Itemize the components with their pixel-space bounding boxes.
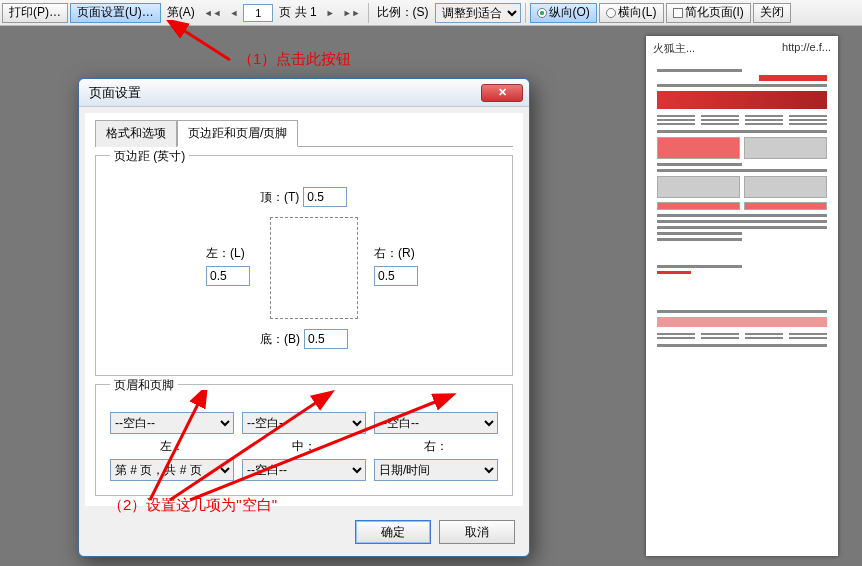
tab-format[interactable]: 格式和选项 [95,120,177,147]
footer-left-select[interactable]: 第 # 页，共 # 页 [110,459,234,481]
preview-header-right: http://e.f... [782,41,831,56]
margin-bottom-input[interactable] [304,329,348,349]
annotation-arrow-icon [120,20,240,70]
scale-select[interactable]: 调整到适合 [435,3,521,23]
margins-fieldset: 页边距 (英寸) 顶：(T) 左：(L) 右：(R) 底：(B) [95,155,513,376]
print-button[interactable]: 打印(P)… [2,3,68,23]
annotation-1: （1）点击此按钮 [238,50,351,69]
cancel-button[interactable]: 取消 [439,520,515,544]
footer-center-select[interactable]: --空白-- [242,459,366,481]
page-preview: 火狐主... http://e.f... [646,36,838,556]
margin-right-input[interactable] [374,266,418,286]
close-icon[interactable]: ✕ [481,84,523,102]
footer-right-select[interactable]: 日期/时间 [374,459,498,481]
page-setup-button[interactable]: 页面设置(U)… [70,3,161,23]
top-label: 顶：(T) [260,189,299,206]
close-button[interactable]: 关闭 [753,3,791,23]
preview-header-left: 火狐主... [653,41,695,56]
page-number-input[interactable] [243,4,273,22]
header-footer-fieldset: 页眉和页脚 --空白-- --空白-- --空白-- 左： 中： 右： 第 # … [95,384,513,496]
separator [525,3,526,23]
landscape-toggle[interactable]: 横向(L) [599,3,664,23]
margin-left-input[interactable] [206,266,250,286]
scale-label: 比例：(S) [373,4,433,21]
page-outline-icon [270,217,358,319]
dialog-title: 页面设置 [89,84,141,102]
col-right-label: 右： [374,438,498,455]
page-setup-dialog: 页面设置 ✕ 格式和选项 页边距和页眉/页脚 页边距 (英寸) 顶：(T) 左：… [78,78,530,557]
right-label: 右：(R) [374,245,415,262]
ok-button[interactable]: 确定 [355,520,431,544]
page-label: 第(A) [163,4,199,21]
next-page-icon[interactable]: ► [323,8,338,18]
separator [368,3,369,23]
page-of-label: 页 共 1 [275,4,320,21]
print-preview-toolbar: 打印(P)… 页面设置(U)… 第(A) ◄◄ ◄ 页 共 1 ► ►► 比例：… [0,0,862,26]
radio-icon [606,8,616,18]
col-left-label: 左： [110,438,234,455]
prev-page-icon[interactable]: ◄ [227,8,242,18]
svg-line-0 [180,28,230,60]
simplify-toggle[interactable]: 简化页面(I) [666,3,751,23]
margin-top-input[interactable] [303,187,347,207]
radio-checked-icon [537,8,547,18]
first-page-icon[interactable]: ◄◄ [201,8,225,18]
tab-margins[interactable]: 页边距和页眉/页脚 [177,120,298,147]
last-page-icon[interactable]: ►► [340,8,364,18]
portrait-toggle[interactable]: 纵向(O) [530,3,597,23]
margins-legend: 页边距 (英寸) [110,148,189,165]
col-center-label: 中： [242,438,366,455]
hf-legend: 页眉和页脚 [110,377,178,394]
checkbox-icon [673,8,683,18]
left-label: 左：(L) [206,245,245,262]
header-left-select[interactable]: --空白-- [110,412,234,434]
bottom-label: 底：(B) [260,331,300,348]
header-right-select[interactable]: --空白-- [374,412,498,434]
header-center-select[interactable]: --空白-- [242,412,366,434]
